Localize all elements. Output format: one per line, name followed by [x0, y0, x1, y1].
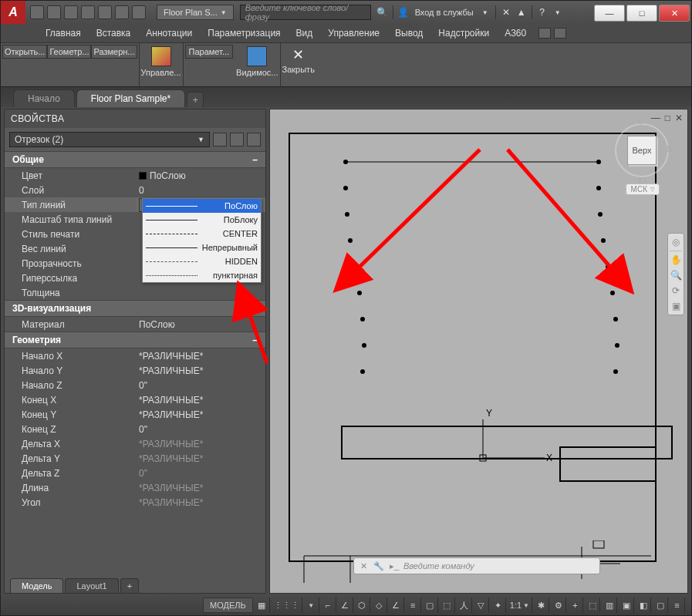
viewport-minimize-icon[interactable]: —	[651, 113, 660, 123]
command-line[interactable]: ✕ 🔧 ▸_ Введите команду	[353, 557, 600, 574]
signin-icon[interactable]: 👤	[397, 5, 410, 19]
visibility-button[interactable]	[242, 45, 272, 68]
model-space-button[interactable]: МОДЕЛЬ	[203, 597, 253, 613]
layout-tab-model[interactable]: Модель	[10, 578, 63, 593]
qat-print-icon[interactable]	[98, 5, 112, 19]
search-icon[interactable]: 🔍	[376, 5, 390, 19]
drawing-area[interactable]: — □ ✕	[269, 109, 688, 594]
qat-open-icon[interactable]	[47, 5, 61, 19]
zoom-extents-icon[interactable]: 🔍	[669, 268, 683, 282]
select-objects-icon[interactable]	[230, 133, 244, 146]
viewcube[interactable]: Верх С В Ю	[615, 123, 669, 177]
section-geometry[interactable]: Геометрия–	[5, 332, 265, 348]
maximize-button[interactable]: □	[626, 5, 657, 22]
snap-icon[interactable]: ⋮⋮⋮	[272, 597, 302, 613]
wcs-badge[interactable]: МСК▽	[626, 183, 660, 195]
prop-startz-value[interactable]: 0"	[136, 380, 265, 391]
polar-icon[interactable]: ∠	[338, 597, 353, 613]
tab-view[interactable]: Вид	[289, 25, 321, 42]
chevron-down-icon[interactable]: ▼	[478, 5, 492, 19]
viewport-maximize-icon[interactable]: □	[665, 113, 670, 123]
dimensional-button[interactable]: Размерн...	[91, 45, 137, 59]
steering-wheel-icon[interactable]: ◎	[669, 235, 683, 249]
doc-tab-add[interactable]: +	[187, 92, 204, 107]
tab-addins[interactable]: Надстройки	[430, 25, 497, 42]
prop-material-value[interactable]: ПоСлою	[136, 319, 265, 330]
close-block-button[interactable]: ✕	[288, 45, 309, 65]
app-logo[interactable]: A	[1, 1, 25, 24]
prop-color-value[interactable]: ПоСлою	[136, 170, 265, 181]
viewport-close-icon[interactable]: ✕	[675, 113, 683, 123]
grid-icon[interactable]: ▦	[255, 597, 270, 613]
ortho-icon[interactable]: ⌐	[321, 597, 336, 613]
featured-apps-icon[interactable]	[538, 28, 551, 39]
qat-undo-icon[interactable]	[115, 5, 129, 19]
viewcube-face[interactable]: Верх	[627, 136, 657, 165]
units-icon[interactable]: ⬚	[585, 597, 600, 613]
layout-tab-layout1[interactable]: Layout1	[65, 578, 118, 593]
otrack-icon[interactable]: ∠	[389, 597, 404, 613]
customize-icon[interactable]: 🔧	[373, 560, 385, 572]
quick-select-icon[interactable]	[247, 133, 261, 146]
qat-saveas-icon[interactable]	[81, 5, 95, 19]
prop-endy-value[interactable]: *РАЗЛИЧНЫЕ*	[136, 409, 265, 420]
pan-icon[interactable]: ✋	[669, 253, 683, 267]
hardware-accel-icon[interactable]: ▣	[619, 597, 634, 613]
linetype-option-continuous[interactable]: Непрерывный	[143, 241, 261, 254]
prop-endz-value[interactable]: 0"	[136, 424, 265, 435]
minimize-button[interactable]: —	[594, 5, 625, 22]
gizmo-icon[interactable]: ✦	[491, 597, 506, 613]
prop-starty-value[interactable]: *РАЗЛИЧНЫЕ*	[136, 365, 265, 376]
close-button[interactable]: ✕	[659, 5, 690, 22]
linetype-option-center[interactable]: CENTER	[143, 227, 261, 241]
toggle-pickadd-icon[interactable]	[213, 133, 227, 146]
osnap-icon[interactable]: ◇	[372, 597, 387, 613]
doc-tab-start[interactable]: Начало	[13, 89, 75, 107]
tab-manage[interactable]: Управление	[320, 25, 387, 42]
linetype-option-byblock[interactable]: ПоБлоку	[143, 213, 261, 227]
chevron-down-icon[interactable]: ▼	[304, 597, 319, 613]
help-icon[interactable]: ?	[535, 5, 549, 19]
linetype-option-hidden[interactable]: HIDDEN	[143, 254, 261, 268]
workspace-selector[interactable]: Floor Plan S... ▼	[157, 5, 234, 20]
tab-output[interactable]: Вывод	[387, 25, 430, 42]
quick-properties-icon[interactable]: ▥	[602, 597, 617, 613]
object-type-select[interactable]: Отрезок (2) ▼	[9, 132, 210, 147]
isodraft-icon[interactable]: ⬡	[355, 597, 370, 613]
linetype-option-bylayer[interactable]: ПоСлою	[143, 199, 261, 213]
show-motion-icon[interactable]: ▣	[669, 299, 683, 313]
ribbon-minimize-icon[interactable]	[554, 28, 566, 39]
exchange-icon[interactable]: ✕	[499, 5, 513, 19]
workspace-switch-icon[interactable]: ⚙	[551, 597, 566, 613]
prop-startx-value[interactable]: *РАЗЛИЧНЫЕ*	[136, 351, 265, 362]
annotation-visibility-icon[interactable]: ✱	[534, 597, 549, 613]
qat-save-icon[interactable]	[64, 5, 78, 19]
orbit-icon[interactable]: ⟳	[669, 284, 683, 298]
linetype-option-dotted[interactable]: пунктирная	[143, 268, 261, 282]
tab-home[interactable]: Главная	[38, 25, 89, 42]
prop-endx-value[interactable]: *РАЗЛИЧНЫЕ*	[136, 395, 265, 406]
tab-parametric[interactable]: Параметризация	[200, 25, 288, 42]
tab-annotate[interactable]: Аннотации	[138, 25, 200, 42]
recent-commands-icon[interactable]: ▸_	[388, 560, 400, 572]
selection-filter-icon[interactable]: ▽	[474, 597, 489, 613]
prop-layer-value[interactable]: 0	[136, 185, 265, 196]
section-general[interactable]: Общие–	[5, 151, 265, 168]
parameters-button[interactable]: Парамет...	[185, 45, 234, 59]
transparency-icon[interactable]: ▢	[423, 597, 438, 613]
isolate-objects-icon[interactable]: ◧	[636, 597, 651, 613]
qat-redo-icon[interactable]	[132, 5, 146, 19]
customize-status-icon[interactable]: ≡	[670, 597, 685, 613]
annotation-monitor-icon[interactable]: +	[568, 597, 583, 613]
doc-tab-active[interactable]: Floor Plan Sample*	[76, 89, 185, 107]
geometric-button[interactable]: Геометр...	[47, 45, 91, 59]
signin-button[interactable]: Вход в службы	[412, 8, 477, 17]
section-3dviz[interactable]: 3D-визуализация–	[5, 300, 265, 317]
tab-a360[interactable]: A360	[497, 25, 534, 42]
selection-cycling-icon[interactable]: ⬚	[440, 597, 455, 613]
layout-tab-add[interactable]: +	[120, 578, 139, 593]
annotation-scale-button[interactable]: 1:1▼	[508, 597, 532, 613]
clean-screen-icon[interactable]: ▢	[653, 597, 668, 613]
a360-icon[interactable]: ▲	[515, 5, 528, 19]
open-button[interactable]: Открыть...	[2, 45, 47, 59]
